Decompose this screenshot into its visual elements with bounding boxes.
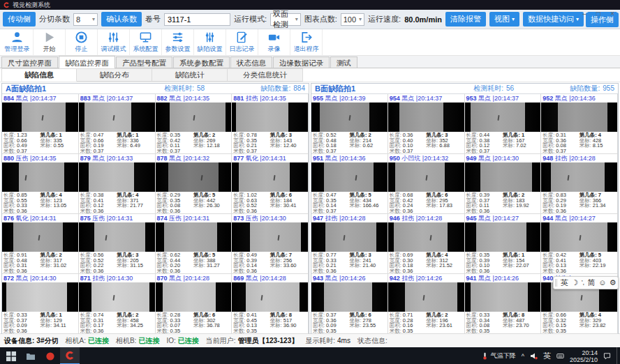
defect-cell[interactable]: 946 挂伤 |20:14:28长度:0.69宽度:0.30面积:0.18米数:… bbox=[388, 214, 465, 274]
tab-1[interactable]: 缺陷监控界面 bbox=[59, 56, 115, 68]
defect-cell[interactable]: 944 黑点 |20:14:27长度:0.42宽度:0.41面积:0.13米数:… bbox=[541, 214, 618, 274]
defect-cell[interactable]: 943 黑点 |20:14:26长度:0.37宽度:0.36面积:0.09米数:… bbox=[311, 274, 388, 334]
defect-cell[interactable]: 884 黑点 |20:14:37长度:1.23宽度:0.66面积:0.49米数:… bbox=[2, 94, 79, 154]
clock[interactable]: 20:14 2025/2/10 bbox=[570, 349, 598, 363]
defect-cell[interactable]: 954 黑点 |20:14:37长度:0.36宽度:0.40面积:0.10米数:… bbox=[388, 94, 465, 154]
maximize-button[interactable]: □ bbox=[596, 10, 600, 18]
defect-id: 881 bbox=[233, 95, 244, 102]
ime-halfwidth-moon-icon[interactable]: ☽ bbox=[571, 277, 578, 289]
defect-cell[interactable]: 953 黑点 |20:14:37长度:0.44宽度:0.38面积:0.12米数:… bbox=[465, 94, 542, 154]
drive-side-button[interactable]: 传动侧 bbox=[3, 12, 36, 26]
defect-cell[interactable]: 872 黑点 |20:14:30长度:0.33宽度:0.37面积:0.09米数:… bbox=[2, 274, 79, 334]
video-record-action-button[interactable]: 录像 bbox=[258, 29, 290, 55]
chevron-down-icon: ▾ bbox=[576, 16, 579, 22]
keyboard-icon[interactable] bbox=[556, 352, 564, 360]
start-button[interactable] bbox=[1, 347, 21, 364]
system-config-action-button[interactable]: 系统配置 bbox=[130, 29, 162, 55]
defect-cell[interactable]: 950 小凹坑 |20:14:32长度:0.68宽度:0.42面积:0.24米数… bbox=[388, 154, 465, 214]
subtab-0[interactable]: 缺陷信息 bbox=[1, 68, 77, 82]
defect-cell[interactable]: 877 氧化 |20:14:31长度:1.02宽度:0.63面积:0.52米数:… bbox=[232, 154, 309, 214]
stop-action-button[interactable]: 停止 bbox=[66, 29, 98, 55]
roll-number-input[interactable] bbox=[164, 13, 230, 26]
ime-language-indicator[interactable]: 英 bbox=[543, 351, 551, 361]
defect-time: |20:14:32 bbox=[422, 155, 448, 162]
defect-cell[interactable]: 945 黑点 |20:14:27长度:0.35宽度:0.39面积:0.10米数:… bbox=[465, 214, 542, 274]
defect-id: 877 bbox=[233, 155, 244, 162]
clear-alarm-button[interactable]: 清除报警 bbox=[445, 12, 486, 26]
notification-center-icon[interactable] bbox=[603, 352, 611, 360]
tab-0[interactable]: 尺寸监控界面 bbox=[1, 56, 58, 68]
ime-drag-handle[interactable] bbox=[555, 279, 557, 287]
start-action-button[interactable]: 开始 bbox=[34, 29, 66, 55]
tab-6[interactable]: 测试 bbox=[330, 56, 357, 68]
tab-3[interactable]: 系统参数配置 bbox=[173, 56, 230, 68]
defect-cell[interactable]: 941 黑点 |20:14:26长度:0.33宽度:0.34面积:0.08米数:… bbox=[465, 274, 542, 334]
run-mode-select[interactable]: 双面检测▾ bbox=[270, 13, 301, 26]
tab-2[interactable]: 产品型号配置 bbox=[116, 56, 172, 68]
debug-mode-action-button[interactable]: 调试模式 bbox=[98, 29, 130, 55]
defect-cell[interactable]: 869 黑点 |20:14:28长度:0.41宽度:0.45面积:0.13米数:… bbox=[232, 274, 309, 334]
log-record-action-button[interactable]: 日志记录 bbox=[226, 29, 258, 55]
strip-count-select[interactable]: 8▾ bbox=[73, 13, 98, 26]
minimize-button[interactable]: – bbox=[583, 10, 587, 18]
defect-cell[interactable]: 942 挂伤 |20:14:26长度:0.71宽度:0.28面积:0.16米数:… bbox=[388, 274, 465, 334]
app-title: 视觉检测系统 bbox=[13, 1, 50, 10]
subtab-2[interactable]: 缺陷统计 bbox=[152, 68, 228, 82]
defect-cell[interactable]: 947 挂伤 |20:14:28长度:0.77宽度:0.33面积:0.21米数:… bbox=[311, 214, 388, 274]
defect-cell[interactable]: 871 挂伤 |20:14:30长度:0.74宽度:0.31面积:0.17米数:… bbox=[79, 274, 156, 334]
tray-expand-chevron[interactable]: ^ bbox=[522, 353, 524, 360]
tab-5[interactable]: 边缘数据记录 bbox=[273, 56, 330, 68]
taskbar-active-app-icon[interactable] bbox=[60, 347, 80, 364]
param-settings-action-button[interactable]: 参数设置 bbox=[162, 29, 194, 55]
defect-cell[interactable]: 880 压伤 |20:14:35长度:0.85宽度:0.55面积:0.33米数:… bbox=[2, 154, 79, 214]
defect-time: |20:14:35 bbox=[184, 95, 209, 102]
defect-mark bbox=[429, 235, 431, 241]
defect-type: 黑点 bbox=[169, 155, 182, 162]
defect-cell[interactable]: 876 氧化 |20:14:31长度:0.91宽度:0.48面积:0.31米数:… bbox=[2, 214, 79, 274]
login-action-button[interactable]: 管理登录 bbox=[1, 29, 34, 55]
ime-mode-english[interactable]: 英 bbox=[561, 277, 568, 289]
defect-time: |20:14:37 bbox=[493, 95, 519, 102]
close-button[interactable]: × bbox=[610, 10, 614, 18]
defect-cell[interactable]: 870 黑点 |20:14:28长度:0.28宽度:0.33面积:0.07米数:… bbox=[156, 274, 232, 334]
defect-cell[interactable]: 875 压伤 |20:14:31长度:0.56宽度:0.52面积:0.22米数:… bbox=[79, 214, 156, 274]
ime-settings-gear-icon[interactable]: ⚙ bbox=[610, 277, 617, 289]
defect-cell[interactable]: 882 黑点 |20:14:35长度:0.35宽度:0.42面积:0.11米数:… bbox=[156, 94, 232, 154]
ime-simplified-toggle[interactable]: 简 bbox=[588, 277, 596, 289]
defect-settings-action-button[interactable]: 缺陷设置 bbox=[194, 29, 226, 55]
subtab-1[interactable]: 缺陷分布 bbox=[77, 68, 152, 82]
status-info-label: 状态信息: bbox=[357, 336, 388, 346]
subtab-3[interactable]: 分类信息统计 bbox=[228, 68, 303, 82]
ime-punctuation-icon[interactable]: ’, bbox=[582, 277, 585, 289]
ime-emoji-icon[interactable]: ☺ bbox=[598, 277, 606, 289]
defect-cell[interactable]: 948 挂伤 |20:14:28长度:0.83宽度:0.29面积:0.19米数:… bbox=[541, 154, 618, 214]
defect-cell[interactable]: 874 压伤 |20:14:31长度:0.62宽度:0.44面积:0.20米数:… bbox=[156, 214, 232, 274]
defect-cell[interactable]: 878 黑点 |20:14:32长度:0.29宽度:0.35面积:0.08米数:… bbox=[156, 154, 232, 214]
exit-action-button[interactable]: 退出程序 bbox=[290, 29, 323, 55]
chart-points-select[interactable]: 100▾ bbox=[341, 13, 364, 26]
log-icon bbox=[235, 31, 249, 44]
data-quick-access-button[interactable]: 数据快捷访问▾ bbox=[523, 12, 584, 26]
defect-cell[interactable]: 881 挂伤 |20:14:35长度:0.78宽度:0.35面积:0.21米数:… bbox=[232, 94, 309, 154]
defect-image bbox=[388, 162, 464, 192]
defect-type: 黑点 bbox=[555, 215, 568, 222]
weather-tray-item[interactable]: 气温下降 bbox=[481, 351, 516, 361]
tab-4[interactable]: 状态信息 bbox=[230, 56, 272, 68]
defect-cell[interactable]: 883 黑点 |20:14:37长度:0.47宽度:0.66面积:0.19米数:… bbox=[79, 94, 156, 154]
confirm-strips-button[interactable]: 确认条数 bbox=[101, 12, 142, 26]
taskbar-app-icon[interactable] bbox=[40, 347, 60, 364]
defect-time: |20:14:30 bbox=[493, 155, 519, 162]
defect-cell[interactable]: 949 黑点 |20:14:30长度:0.39宽度:0.37面积:0.11米数:… bbox=[465, 154, 542, 214]
defect-cell[interactable]: 955 黑点 |20:14:39长度:0.52宽度:0.48面积:0.18米数:… bbox=[311, 94, 388, 154]
defect-cell[interactable]: 879 黑点 |20:14:33长度:0.38宽度:0.41面积:0.12米数:… bbox=[79, 154, 156, 214]
defect-cell[interactable]: 873 压伤 |20:14:30长度:0.49宽度:0.39面积:0.14米数:… bbox=[232, 214, 309, 274]
defect-meta: 长度:0.52宽度:0.48面积:0.18米数:0.37第几条:2坐标:214米… bbox=[311, 132, 388, 153]
show-desktop-button[interactable] bbox=[617, 347, 619, 364]
defect-image bbox=[232, 103, 308, 132]
defect-cell[interactable]: 951 黑点 |20:14:36长度:0.47宽度:0.35面积:0.14米数:… bbox=[311, 154, 388, 214]
view-menu-button[interactable]: 视图▾ bbox=[489, 12, 519, 26]
defect-cell[interactable]: 952 黑点 |20:14:36长度:0.31宽度:0.36面积:0.08米数:… bbox=[541, 94, 618, 154]
volume-muted-icon[interactable] bbox=[530, 352, 538, 360]
taskbar-app-icon[interactable] bbox=[21, 347, 40, 364]
defect-cell-header: 871 挂伤 |20:14:30 bbox=[79, 274, 155, 282]
